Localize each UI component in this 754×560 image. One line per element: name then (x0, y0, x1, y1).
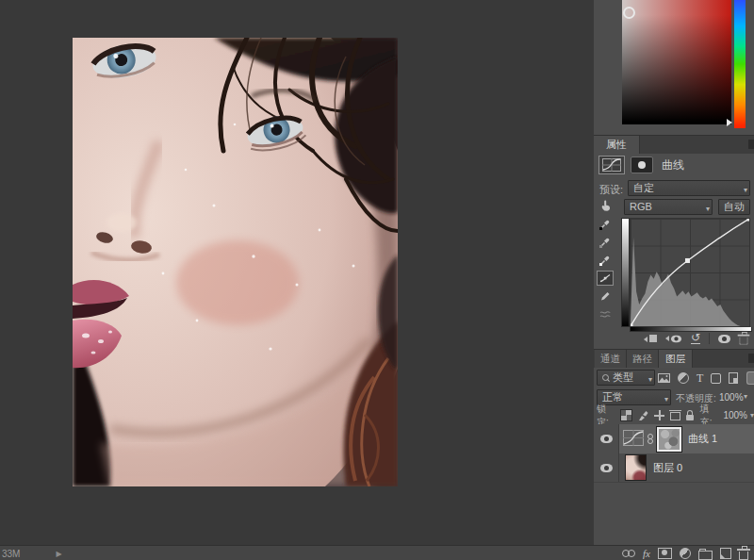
tab-channels[interactable]: 通道 (595, 350, 627, 369)
new-layer-icon[interactable] (720, 548, 731, 559)
lock-all-icon[interactable] (686, 415, 694, 420)
histogram (631, 238, 749, 326)
smooth-curve-icon[interactable] (597, 306, 614, 321)
curve-grid[interactable] (630, 218, 750, 327)
divider (709, 333, 710, 344)
curves-adjustment-thumbnail[interactable] (623, 430, 644, 448)
color-saturation-square[interactable] (622, 0, 731, 124)
lock-row: 锁定: 填充: 100% (594, 407, 754, 423)
filter-smart-objects-icon[interactable] (729, 372, 739, 384)
link-layers-icon[interactable] (622, 550, 635, 557)
adjustment-title: 曲线 (662, 157, 684, 173)
properties-tabstrip: 属性 (594, 135, 754, 154)
delete-layer-icon[interactable] (739, 552, 748, 560)
adjustment-header: 曲线 (594, 154, 754, 176)
eye-icon (671, 335, 681, 342)
lock-image-pixels-icon[interactable] (638, 410, 648, 421)
black-point-eyedropper-icon[interactable] (597, 217, 614, 232)
view-previous-state-icon[interactable] (665, 335, 682, 343)
layers-panel-body: 类型 T 正常 不透明度: 100% 锁定: (594, 368, 754, 545)
filter-pixel-layers-icon[interactable] (658, 373, 670, 383)
output-gradient-bar (621, 218, 630, 327)
blend-mode-row: 正常 不透明度: 100% (594, 389, 754, 406)
filter-adjustment-layers-icon[interactable] (678, 372, 689, 384)
layers-footer-toolbar: fx (622, 546, 748, 560)
edit-curve-points-icon[interactable] (597, 271, 614, 286)
lock-transparent-pixels-icon[interactable] (620, 409, 632, 421)
clip-to-layer-icon[interactable] (649, 335, 657, 342)
curves-toolbar (597, 217, 617, 324)
document-canvas-area[interactable] (0, 0, 594, 545)
layer-style-icon[interactable]: fx (643, 548, 650, 559)
channel-dropdown[interactable]: RGB (624, 199, 713, 215)
filter-shape-layers-icon[interactable] (711, 373, 721, 384)
search-icon (602, 374, 609, 381)
tab-properties[interactable]: 属性 (594, 136, 640, 154)
lock-position-icon[interactable] (654, 410, 664, 420)
white-point-eyedropper-icon[interactable] (597, 253, 614, 268)
filter-type-layers-icon[interactable]: T (697, 373, 703, 383)
fill-chevron-icon[interactable] (750, 411, 754, 420)
layer-mask-icon[interactable] (631, 156, 653, 173)
mask-link-icon[interactable] (647, 434, 653, 444)
photoshop-window: 属性 曲线 预设: 自定 RGB 自动 (0, 0, 754, 560)
curves-adjustment-icon[interactable] (598, 156, 625, 174)
layer-mask-thumbnail[interactable] (657, 427, 681, 452)
filter-icons: T (658, 371, 754, 385)
hue-slider-pointer[interactable] (727, 119, 732, 126)
targeted-adjustment-icon[interactable] (599, 199, 613, 214)
status-bar: 33M fx (0, 545, 754, 560)
curves-editor (594, 215, 754, 328)
toggle-visibility-icon[interactable] (718, 335, 730, 343)
lock-icons (620, 409, 694, 421)
status-arrow-icon[interactable] (56, 550, 61, 558)
portrait-image (73, 38, 398, 486)
preset-dropdown[interactable]: 自定 (628, 180, 750, 196)
curves-glyph-icon (602, 158, 621, 172)
visibility-cell[interactable] (594, 424, 619, 453)
document-size-info: 33M (2, 549, 20, 559)
visibility-cell[interactable] (594, 453, 619, 482)
preset-label: 预设: (599, 183, 623, 197)
tab-layers[interactable]: 图层 (659, 350, 693, 369)
layers-tabstrip: 通道 路径 图层 (594, 349, 754, 369)
curve-plot[interactable] (631, 219, 749, 326)
filter-kind-label: 类型 (613, 371, 633, 383)
layer-name[interactable]: 曲线 1 (688, 432, 717, 446)
color-picker-ring[interactable] (623, 7, 635, 19)
layer-row-background[interactable]: 图层 0 (594, 453, 754, 483)
reset-adjustment-icon[interactable]: ↺ (691, 333, 700, 344)
hand-glyph (599, 199, 613, 212)
hue-slider[interactable] (734, 0, 746, 128)
fill-value[interactable]: 100% (723, 410, 747, 420)
layer-name[interactable]: 图层 0 (653, 461, 682, 475)
panel-menu-icon[interactable] (748, 354, 754, 363)
opacity-chevron-icon[interactable] (744, 392, 747, 401)
draw-curve-pencil-icon[interactable] (597, 288, 614, 304)
opacity-value[interactable]: 100% (719, 392, 744, 403)
filter-toggle-icon[interactable] (746, 371, 754, 385)
new-adjustment-layer-icon[interactable] (680, 548, 691, 559)
new-group-icon[interactable] (698, 551, 713, 560)
panel-column: 属性 曲线 预设: 自定 RGB 自动 (594, 0, 754, 545)
layer-row-curves[interactable]: 曲线 1 (594, 424, 754, 454)
eye-icon[interactable] (600, 464, 613, 472)
tab-paths[interactable]: 路径 (627, 350, 659, 369)
auto-button[interactable]: 自动 (718, 199, 750, 215)
curves-footer-toolbar: ↺ (594, 330, 754, 347)
add-layer-mask-icon[interactable] (658, 548, 672, 559)
filter-kind-dropdown[interactable]: 类型 (597, 370, 655, 386)
photo-document[interactable] (73, 38, 398, 486)
layer-thumbnail[interactable] (625, 454, 647, 481)
layer-filter-row: 类型 T (594, 370, 754, 387)
panel-menu-icon[interactable] (748, 140, 754, 149)
delete-adjustment-icon[interactable] (740, 337, 748, 344)
lock-artboard-icon[interactable] (670, 412, 680, 420)
eye-icon[interactable] (600, 435, 613, 443)
gray-point-eyedropper-icon[interactable] (597, 235, 614, 250)
